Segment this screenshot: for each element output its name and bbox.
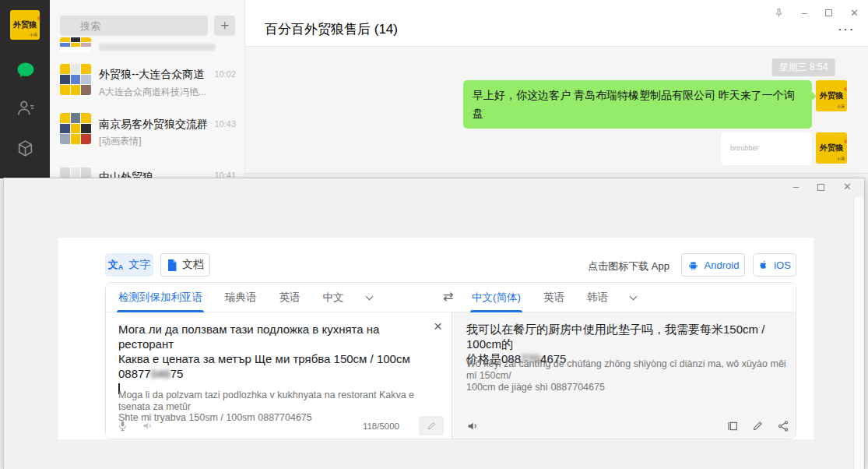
swap-languages-icon[interactable]: ⇄ (443, 289, 453, 304)
document-icon (167, 259, 177, 271)
contacts-icon[interactable] (16, 98, 36, 117)
close-button[interactable]: ✕ (850, 9, 859, 18)
download-hint: 点击图标下载 App (568, 259, 669, 273)
group-avatar (60, 168, 91, 178)
tab-korean[interactable]: 韩语 (587, 283, 608, 312)
scrollbar[interactable] (853, 197, 863, 469)
translate-box: 检测到保加利亚语 瑞典语 英语 中文 ⇄ 中文(简体) 英语 韩语 (105, 282, 796, 439)
microphone-icon[interactable] (117, 419, 128, 432)
copy-translation-icon[interactable] (726, 420, 739, 432)
ios-download-button[interactable]: iOS (753, 253, 796, 277)
avatar[interactable]: 外贸狼® 小满 (10, 10, 40, 40)
group-avatar (60, 64, 91, 95)
share-icon[interactable] (777, 420, 789, 432)
chevron-down-icon[interactable] (365, 292, 373, 300)
chat-area: 百分百外贸狼售后 (14) ··· 星期三 8:54 早上好，你这边客户 青岛布… (245, 0, 868, 178)
translator-window-controls: – ✕ (793, 182, 852, 192)
clear-text-icon[interactable]: × (434, 319, 442, 333)
translate-page: 文A 文字 文档 点击图标下载 App (58, 238, 814, 439)
tab-detected-language[interactable]: 检测到保加利亚语 (118, 283, 202, 312)
chat-header: 百分百外贸狼售后 (14) ··· (245, 0, 868, 47)
link-card-message[interactable]: brtrubber (721, 132, 812, 165)
translate-icon: 文A (108, 258, 124, 272)
language-bar: 检测到保加利亚语 瑞典语 英语 中文 ⇄ 中文(简体) 英语 韩语 (106, 283, 796, 312)
close-button[interactable]: ✕ (843, 182, 852, 192)
edit-suggestion-button[interactable] (419, 416, 444, 436)
group-avatar (60, 113, 91, 144)
tab-swedish[interactable]: 瑞典语 (225, 283, 257, 312)
tab-chinese-simplified[interactable]: 中文(简体) (472, 283, 521, 312)
tab-chinese[interactable]: 中文 (323, 283, 344, 312)
result-footer (466, 415, 789, 436)
source-panel[interactable]: Мога ли да ползвам тази подложка в кухня… (106, 312, 452, 439)
wechat-sidebar: 外贸狼® 小满 (0, 0, 50, 178)
target-language-tabs: 中文(简体) 英语 韩语 (472, 283, 636, 312)
chevron-down-icon[interactable] (630, 292, 638, 300)
source-footer: 118/5000 (117, 415, 444, 436)
maximize-button[interactable] (817, 184, 824, 191)
tab-english[interactable]: 英语 (543, 283, 564, 312)
text-mode-button[interactable]: 文A 文字 (105, 253, 153, 277)
document-mode-button[interactable]: 文档 (160, 253, 210, 277)
chat-list-panel: ＋ 外贸狼--大连合众商道 10:02 A大连合众商道科技冯艳... (50, 0, 245, 178)
speaker-icon[interactable] (466, 420, 479, 432)
input-divider (245, 173, 868, 174)
pinyin-text: Wǒ kěyǐ zài cāntīng de chúfáng zhōng shǐ… (466, 358, 786, 393)
char-counter: 118/5000 (363, 421, 399, 431)
search-input[interactable] (60, 16, 208, 36)
date-badge: 星期三 8:54 (772, 58, 835, 76)
android-icon (687, 259, 699, 271)
more-menu-icon[interactable]: ··· (838, 23, 856, 35)
android-download-button[interactable]: Android (681, 253, 745, 277)
pin-icon[interactable] (774, 8, 784, 18)
screen: 外贸狼® 小满 ＋ (0, 0, 868, 469)
translator-window: – ✕ 文A 文字 文档 点击图标下载 App (3, 178, 865, 469)
redacted-digits: 046 (151, 367, 170, 380)
link-card-text: brtrubber (730, 144, 759, 152)
moments-box-icon[interactable] (16, 139, 36, 157)
maximize-button[interactable] (825, 9, 832, 16)
listen-icon[interactable] (142, 420, 153, 432)
chats-icon[interactable] (16, 61, 36, 79)
chat-title: 百分百外贸狼售后 (14) (265, 20, 398, 38)
tab-english[interactable]: 英语 (279, 283, 300, 312)
brand-logo: 外贸狼® (13, 19, 37, 30)
obscured-text (99, 44, 216, 51)
wechat-window-controls: – ✕ (774, 8, 859, 18)
source-text[interactable]: Мога ли да ползвам тази подложка в кухня… (118, 322, 419, 396)
sender-avatar[interactable]: 外贸狼® 小满 (816, 132, 847, 164)
sender-avatar[interactable]: 外贸狼® 小满 (816, 80, 847, 111)
minimize-button[interactable]: – (802, 9, 807, 18)
outgoing-message-bubble[interactable]: 早上好，你这边客户 青岛布瑞特橡塑制品有限公司 昨天来了一个询盘 (463, 80, 812, 129)
source-language-tabs: 检测到保加利亚语 瑞典语 英语 中文 (118, 283, 372, 312)
edit-pencil-icon[interactable] (752, 420, 764, 432)
result-panel: 我可以在餐厅的厨房中使用此垫子吗，我需要每米150cm / 100cm的 价格是… (452, 312, 796, 439)
group-avatar (60, 37, 91, 52)
minimize-button[interactable]: – (793, 182, 799, 192)
wechat-window: 外贸狼® 小满 ＋ (0, 0, 868, 178)
add-chat-button[interactable]: ＋ (214, 16, 235, 36)
apple-icon (758, 259, 768, 271)
